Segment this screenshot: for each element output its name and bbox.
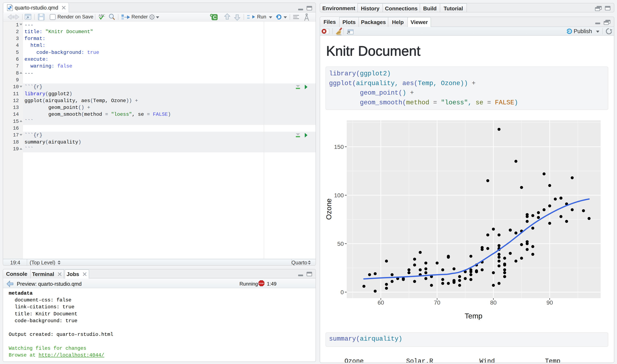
svg-text:Render on Save: Render on Save	[57, 14, 93, 19]
svg-text:80: 80	[490, 299, 496, 306]
svg-text:0: 0	[341, 289, 344, 296]
svg-text:STOP: STOP	[259, 282, 264, 285]
svg-text:Ozone: Ozone	[325, 198, 333, 220]
svg-text:150: 150	[334, 144, 344, 150]
svg-text:60: 60	[378, 299, 384, 306]
svg-text:C: C	[213, 14, 217, 20]
svg-text:Render: Render	[131, 14, 148, 19]
svg-text:100: 100	[334, 192, 344, 199]
svg-text:90: 90	[547, 299, 553, 306]
svg-text:Temp: Temp	[465, 312, 482, 320]
svg-text:ABC: ABC	[98, 14, 105, 17]
svg-text:Run: Run	[257, 14, 266, 19]
svg-text:50: 50	[337, 241, 344, 247]
svg-text:70: 70	[434, 299, 440, 306]
